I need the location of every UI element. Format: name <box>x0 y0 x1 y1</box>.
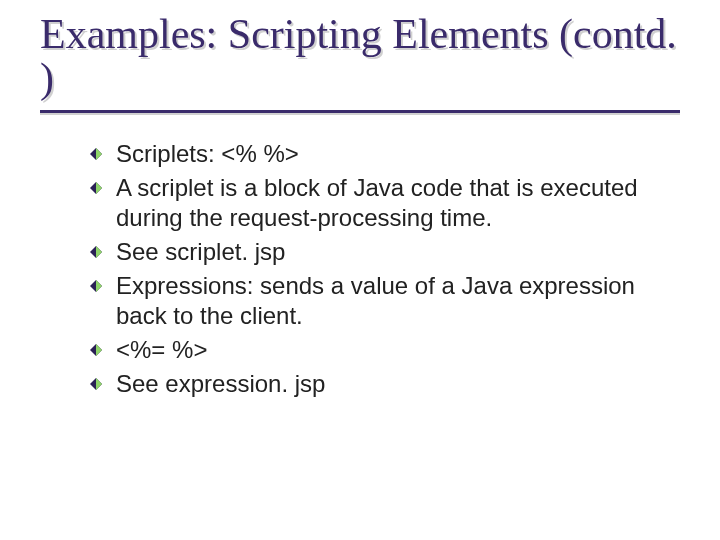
list-item-text: <%= %> <box>116 336 207 363</box>
list-item-text: Scriplets: <% %> <box>116 140 299 167</box>
diamond-bullet-icon <box>90 280 102 292</box>
list-item-text: See expression. jsp <box>116 370 325 397</box>
svg-marker-5 <box>96 246 102 258</box>
list-item: <%= %> <box>90 335 660 365</box>
list-item: See scriplet. jsp <box>90 237 660 267</box>
diamond-bullet-icon <box>90 246 102 258</box>
title-underline <box>40 110 680 113</box>
list-item: Expressions: sends a value of a Java exp… <box>90 271 660 331</box>
list-item: Scriplets: <% %> <box>90 139 660 169</box>
list-item-text: A scriplet is a block of Java code that … <box>116 174 638 231</box>
diamond-bullet-icon <box>90 378 102 390</box>
svg-marker-9 <box>96 344 102 356</box>
diamond-bullet-icon <box>90 182 102 194</box>
title-block: Examples: Scripting Elements (contd. ) <box>40 12 680 113</box>
list-item-text: See scriplet. jsp <box>116 238 285 265</box>
svg-marker-1 <box>96 148 102 160</box>
list-item: See expression. jsp <box>90 369 660 399</box>
svg-marker-7 <box>96 280 102 292</box>
slide-body: Scriplets: <% %> A scriplet is a block o… <box>40 139 680 399</box>
slide-title: Examples: Scripting Elements (contd. ) <box>40 12 680 100</box>
svg-marker-11 <box>96 378 102 390</box>
diamond-bullet-icon <box>90 344 102 356</box>
list-item-text: Expressions: sends a value of a Java exp… <box>116 272 635 329</box>
list-item: A scriplet is a block of Java code that … <box>90 173 660 233</box>
slide: Examples: Scripting Elements (contd. ) S… <box>0 0 720 540</box>
diamond-bullet-icon <box>90 148 102 160</box>
svg-marker-3 <box>96 182 102 194</box>
